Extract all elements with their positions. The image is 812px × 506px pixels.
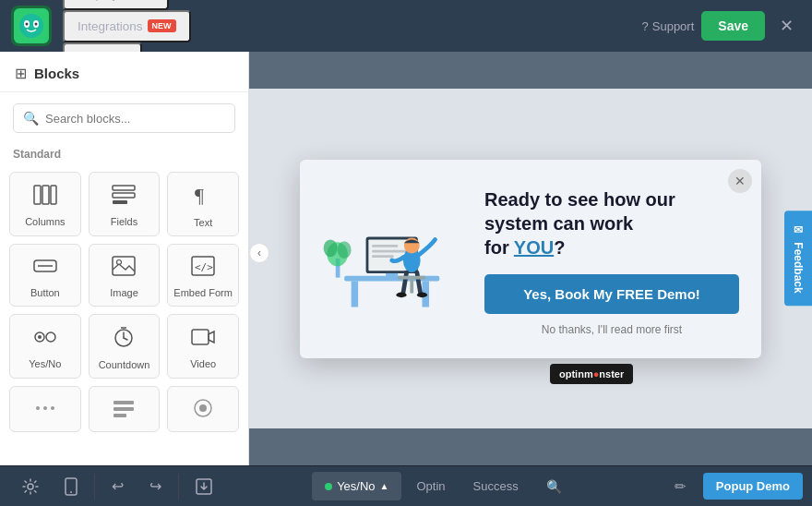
main-layout: ⊞ Blocks 🔍 Standard Columns xyxy=(0,52,812,465)
logo-icon xyxy=(14,8,49,43)
question-icon: ? xyxy=(642,19,649,33)
save-to-device-button[interactable] xyxy=(183,471,225,502)
svg-rect-47 xyxy=(398,276,425,280)
embed-form-label: Embed Form xyxy=(173,287,233,298)
svg-rect-14 xyxy=(113,257,135,275)
svg-line-23 xyxy=(124,338,127,340)
svg-rect-40 xyxy=(372,245,398,247)
image-label: Image xyxy=(110,287,138,298)
toolbar-right: ✏ Popup Demo xyxy=(662,471,803,502)
optinmonster-logo: optinm●nster xyxy=(559,368,624,380)
more2-icon xyxy=(112,398,136,424)
popup-demo-button[interactable]: Popup Demo xyxy=(703,473,803,500)
svg-rect-6 xyxy=(42,186,49,204)
sidebar-collapse-button[interactable]: ‹ xyxy=(249,243,269,263)
countdown-label: Countdown xyxy=(99,359,150,370)
block-more-2[interactable] xyxy=(89,386,161,432)
blocks-icon: ⊞ xyxy=(15,65,27,82)
svg-point-51 xyxy=(324,239,338,257)
fields-label: Fields xyxy=(111,216,137,227)
columns-icon xyxy=(33,185,57,211)
svg-point-55 xyxy=(70,491,72,493)
more3-icon xyxy=(191,398,215,424)
svg-rect-10 xyxy=(113,200,127,204)
video-icon xyxy=(191,327,215,353)
svg-rect-31 xyxy=(113,414,126,417)
block-button[interactable]: Button xyxy=(9,244,81,307)
svg-point-52 xyxy=(338,241,352,259)
text-label: Text xyxy=(194,217,212,228)
embed-form-icon: </> xyxy=(191,256,215,282)
text-icon: ¶ xyxy=(193,184,213,211)
svg-point-20 xyxy=(38,335,42,339)
block-more-3[interactable] xyxy=(167,386,239,432)
svg-point-45 xyxy=(396,293,406,298)
chevron-up-icon: ▲ xyxy=(380,481,389,491)
header-right: ? Support Save ✕ xyxy=(642,11,801,41)
header: Design Display Rules Integrations NEW An… xyxy=(0,0,812,52)
svg-point-28 xyxy=(51,406,54,410)
feedback-tab[interactable]: ✉ Feedback xyxy=(784,211,812,306)
svg-rect-8 xyxy=(113,186,135,190)
svg-rect-5 xyxy=(34,186,41,204)
canvas-top-bar xyxy=(249,52,812,89)
block-countdown[interactable]: Countdown xyxy=(89,314,161,379)
undo-button[interactable]: ↩ xyxy=(99,470,137,502)
svg-point-4 xyxy=(35,23,38,26)
yes-no-tab[interactable]: Yes/No ▲ xyxy=(312,472,401,500)
separator-2 xyxy=(178,474,179,500)
blocks-grid: Columns Fields ¶ xyxy=(0,168,248,441)
canvas-middle: ✕ xyxy=(249,89,812,428)
settings-button[interactable] xyxy=(9,471,52,502)
popup-heading: Ready to see how our system can work for… xyxy=(484,187,675,259)
sidebar: ⊞ Blocks 🔍 Standard Columns xyxy=(0,52,249,465)
bottom-toolbar: ↩ ↪ Yes/No ▲ Optin Success 🔍 ✏ Popup Dem… xyxy=(0,465,812,506)
columns-label: Columns xyxy=(25,216,65,227)
mobile-view-button[interactable] xyxy=(52,470,90,503)
tab-integrations[interactable]: Integrations NEW xyxy=(63,10,191,42)
block-fields[interactable]: Fields xyxy=(89,172,161,236)
search-box[interactable]: 🔍 xyxy=(13,103,235,133)
button-label: Button xyxy=(30,287,60,298)
toolbar-center: Yes/No ▲ Optin Success 🔍 xyxy=(225,472,662,501)
separator-1 xyxy=(94,474,95,500)
close-button[interactable]: ✕ xyxy=(772,12,801,40)
save-button[interactable]: Save xyxy=(701,11,765,41)
svg-rect-7 xyxy=(51,186,56,204)
yes-no-label: Yes/No xyxy=(29,358,61,369)
integrations-badge: NEW xyxy=(148,19,176,32)
svg-point-19 xyxy=(46,332,55,342)
countdown-icon xyxy=(113,326,135,354)
svg-point-46 xyxy=(417,293,427,298)
popup-close-button[interactable]: ✕ xyxy=(728,169,752,193)
block-embed-form[interactable]: </> Embed Form xyxy=(167,244,239,307)
popup-image xyxy=(300,160,475,358)
block-image[interactable]: Image xyxy=(89,244,161,307)
svg-point-33 xyxy=(199,404,207,412)
fields-icon xyxy=(112,185,136,211)
popup-subtext: No thanks, I'll read more first xyxy=(484,323,739,336)
svg-rect-39 xyxy=(386,273,398,278)
svg-point-53 xyxy=(28,484,33,489)
block-yes-no[interactable]: Yes/No xyxy=(9,314,81,379)
svg-point-26 xyxy=(36,406,40,410)
optinmonster-badge: optinm●nster xyxy=(550,364,633,384)
search-input[interactable] xyxy=(45,112,225,126)
button-icon xyxy=(33,256,57,282)
success-tab[interactable]: Success xyxy=(460,472,531,500)
search-toolbar-button[interactable]: 🔍 xyxy=(533,472,575,501)
block-video[interactable]: Video xyxy=(167,314,239,379)
cta-button[interactable]: Yes, Book My FREE Demo! xyxy=(484,274,739,314)
optin-tab[interactable]: Optin xyxy=(403,472,458,500)
block-more-1[interactable] xyxy=(9,386,81,432)
support-button[interactable]: ? Support xyxy=(642,19,695,33)
block-text[interactable]: ¶ Text xyxy=(167,172,239,236)
svg-rect-35 xyxy=(352,281,359,307)
redo-button[interactable]: ↪ xyxy=(137,470,174,502)
edit-button[interactable]: ✏ xyxy=(662,471,699,502)
yes-no-icon xyxy=(33,327,57,353)
svg-rect-29 xyxy=(113,401,134,404)
block-columns[interactable]: Columns xyxy=(9,172,81,236)
tab-display-rules[interactable]: Display Rules xyxy=(63,0,169,10)
svg-text:</>: </> xyxy=(195,261,213,273)
